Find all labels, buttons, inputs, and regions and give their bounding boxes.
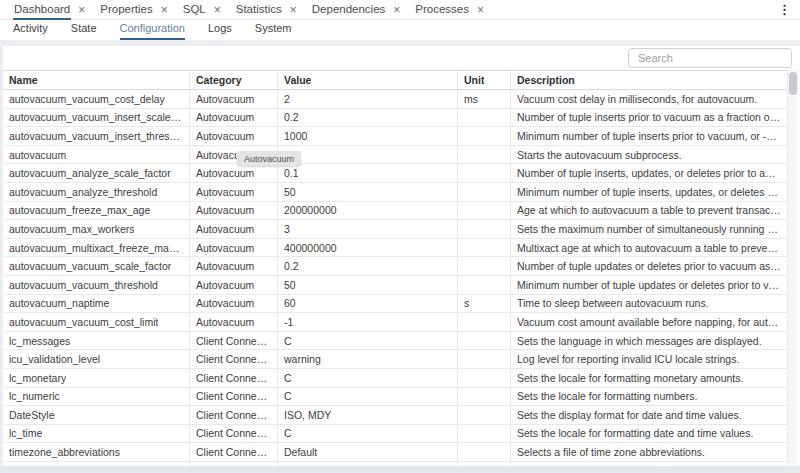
cell-text: Minimum number of tuple inserts prior to… bbox=[517, 130, 781, 142]
cell-unit bbox=[458, 220, 511, 238]
tab-statistics[interactable]: Statistics× bbox=[228, 0, 304, 19]
table-row[interactable]: autovacuum_vacuum_insert_thresholdAutova… bbox=[3, 127, 787, 146]
cell-name: autovacuum_analyze_threshold bbox=[3, 183, 190, 201]
cell-unit bbox=[458, 313, 511, 331]
cell-text: Autovacuum bbox=[196, 167, 254, 179]
table-row[interactable]: DateStyleClient Connection D...ISO, MDYS… bbox=[3, 406, 787, 425]
column-header-label: Category bbox=[196, 74, 242, 86]
table-row[interactable]: autovacuum_multixact_freeze_max_ageAutov… bbox=[3, 239, 787, 258]
kebab-menu-icon[interactable]: ⋮ bbox=[778, 2, 791, 18]
table-row[interactable]: icu_validation_levelClient Connection D.… bbox=[3, 350, 787, 369]
cell-text: ISO, MDY bbox=[284, 409, 331, 421]
table-row[interactable]: lc_messagesClient Connection D...CSets t… bbox=[3, 332, 787, 351]
cell-description: Sets the display format for date and tim… bbox=[511, 406, 787, 424]
table-row[interactable]: timezone_abbreviationsClient Connection … bbox=[3, 443, 787, 462]
table-row[interactable]: autovacuum_naptimeAutovacuum60sTime to s… bbox=[3, 295, 787, 314]
table-row[interactable]: autovacuum_vacuum_cost_limitAutovacuum-1… bbox=[3, 313, 787, 332]
subtab-configuration[interactable]: Configuration bbox=[120, 22, 185, 40]
cell-text: lc_time bbox=[9, 427, 42, 439]
cell-name: autovacuum_naptime bbox=[3, 295, 190, 313]
cell-text: autovacuum_vacuum_cost_limit bbox=[9, 316, 158, 328]
cell-unit bbox=[458, 332, 511, 350]
cell-name: icu_validation_level bbox=[3, 350, 190, 368]
table-row[interactable]: autovacuum_max_workersAutovacuum3Sets th… bbox=[3, 220, 787, 239]
column-header-description[interactable]: Description bbox=[511, 71, 787, 89]
close-tab-icon[interactable]: × bbox=[161, 4, 168, 16]
cell-category: Autovacuum bbox=[190, 109, 278, 127]
cell-unit: ms bbox=[458, 90, 511, 108]
vertical-scrollbar[interactable] bbox=[787, 70, 798, 466]
cell-name: autovacuum_freeze_max_age bbox=[3, 202, 190, 220]
column-header-category[interactable]: Category bbox=[190, 71, 278, 89]
table-row[interactable]: autovacuum_vacuum_cost_delayAutovacuum2m… bbox=[3, 90, 787, 109]
cell-text: Client Connection D... bbox=[196, 390, 271, 402]
table-row[interactable]: autovacuum_vacuum_scale_factorAutovacuum… bbox=[3, 257, 787, 276]
cell-description: Starts the autovacuum subprocess. bbox=[511, 146, 787, 164]
tab-bar: Dashboard×Properties×SQL×Statistics×Depe… bbox=[0, 0, 800, 20]
cell-name: timezone_abbreviations bbox=[3, 443, 190, 461]
table-row[interactable]: autovacuum_vacuum_insert_scale_factorAut… bbox=[3, 109, 787, 128]
column-header-value[interactable]: Value bbox=[278, 71, 458, 89]
close-tab-icon[interactable]: × bbox=[393, 4, 400, 16]
cell-description: Multixact age at which to autovacuum a t… bbox=[511, 239, 787, 257]
cell-text: Autovacuum bbox=[196, 186, 254, 198]
cell-unit bbox=[458, 350, 511, 368]
cell-text: 0.2 bbox=[284, 260, 299, 272]
cell-text: 60 bbox=[284, 297, 296, 309]
scrollbar-thumb[interactable] bbox=[789, 72, 797, 95]
column-header-name[interactable]: Name bbox=[3, 71, 190, 89]
cell-name: autovacuum_vacuum_insert_threshold bbox=[3, 127, 190, 145]
cell-name: autovacuum_multixact_freeze_max_age bbox=[3, 239, 190, 257]
cell-text: Client Connection D... bbox=[196, 446, 271, 458]
cell-category: Autovacuum bbox=[190, 183, 278, 201]
cell-description: Sets the locale for formatting monetary … bbox=[511, 369, 787, 387]
cell-category: Autovacuum bbox=[190, 90, 278, 108]
cell-text: autovacuum_vacuum_scale_factor bbox=[9, 260, 171, 272]
tab-sql[interactable]: SQL× bbox=[175, 0, 228, 19]
cell-unit bbox=[458, 443, 511, 461]
table-row[interactable]: autovacuum_analyze_scale_factorAutovacuu… bbox=[3, 164, 787, 183]
subtab-activity[interactable]: Activity bbox=[13, 22, 48, 40]
horizontal-scrollbar-track[interactable] bbox=[0, 466, 800, 473]
cell-text: Autovacuum bbox=[196, 223, 254, 235]
table-row[interactable]: autovacuum_freeze_max_ageAutovacuum20000… bbox=[3, 202, 787, 221]
cell-description: Sets the locale for formatting numbers. bbox=[511, 388, 787, 406]
close-tab-icon[interactable]: × bbox=[477, 4, 484, 16]
search-input[interactable] bbox=[628, 48, 792, 68]
tab-properties[interactable]: Properties× bbox=[92, 0, 174, 19]
table-row[interactable]: autovacuum_vacuum_thresholdAutovacuum50M… bbox=[3, 276, 787, 295]
cell-text: Multixact age at which to autovacuum a t… bbox=[517, 242, 781, 254]
close-tab-icon[interactable]: × bbox=[78, 4, 85, 16]
cell-category: Autovacuum bbox=[190, 127, 278, 145]
subtab-system[interactable]: System bbox=[255, 22, 292, 40]
table-row[interactable]: lc_monetaryClient Connection D...CSets t… bbox=[3, 369, 787, 388]
close-tab-icon[interactable]: × bbox=[290, 4, 297, 16]
tab-processes[interactable]: Processes× bbox=[407, 0, 491, 19]
close-tab-icon[interactable]: × bbox=[214, 4, 221, 16]
subtab-state[interactable]: State bbox=[71, 22, 97, 40]
cell-text: C bbox=[284, 427, 292, 439]
cell-text: Minimum number of tuple updates or delet… bbox=[517, 279, 781, 291]
table-row[interactable]: autovacuum_analyze_thresholdAutovacuum50… bbox=[3, 183, 787, 202]
cell-description: Minimum number of tuple inserts, updates… bbox=[511, 183, 787, 201]
cell-value: on bbox=[278, 146, 458, 164]
cell-description: Time to sleep between autovacuum runs. bbox=[511, 295, 787, 313]
tab-dashboard[interactable]: Dashboard× bbox=[6, 0, 92, 19]
table-row[interactable]: lc_numericClient Connection D...CSets th… bbox=[3, 388, 787, 407]
tab-dependencies[interactable]: Dependencies× bbox=[304, 0, 408, 19]
cell-description: Sets the language in which messages are … bbox=[511, 332, 787, 350]
cell-text: Number of tuple inserts prior to vacuum … bbox=[517, 111, 781, 123]
cell-name: lc_messages bbox=[3, 332, 190, 350]
cell-text: 400000000 bbox=[284, 242, 337, 254]
cell-category: Autovacuum bbox=[190, 276, 278, 294]
cell-text: Minimum number of tuple inserts, updates… bbox=[517, 186, 781, 198]
cell-text: Time to sleep between autovacuum runs. bbox=[517, 297, 709, 309]
cell-value: C bbox=[278, 332, 458, 350]
subtab-logs[interactable]: Logs bbox=[208, 22, 232, 40]
cell-unit: s bbox=[458, 295, 511, 313]
cell-text: autovacuum_naptime bbox=[9, 297, 109, 309]
column-header-unit[interactable]: Unit bbox=[458, 71, 511, 89]
table-row[interactable]: autovacuumAutovacuumonStarts the autovac… bbox=[3, 146, 787, 165]
tab-label: Properties bbox=[99, 0, 153, 20]
table-row[interactable]: lc_timeClient Connection D...CSets the l… bbox=[3, 425, 787, 444]
